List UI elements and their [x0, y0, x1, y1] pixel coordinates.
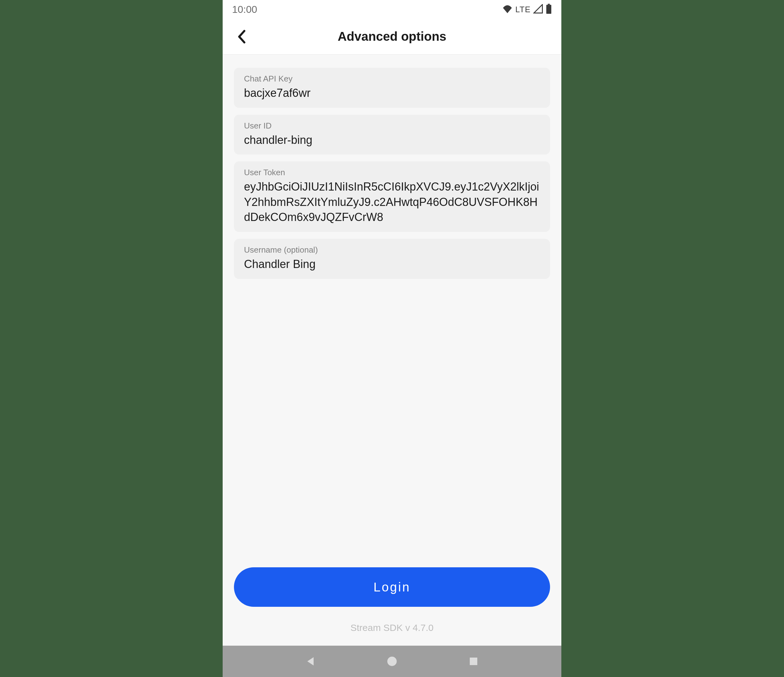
- nav-back-button[interactable]: [303, 654, 318, 669]
- nav-home-button[interactable]: [384, 654, 400, 669]
- status-icons: LTE: [502, 4, 552, 15]
- username-field[interactable]: Username (optional) Chandler Bing: [234, 239, 550, 279]
- triangle-back-icon: [304, 655, 317, 668]
- svg-rect-0: [548, 4, 550, 5]
- login-button[interactable]: Login: [234, 567, 550, 607]
- page-title: Advanced options: [338, 30, 446, 43]
- username-label: Username (optional): [244, 245, 540, 255]
- svg-point-2: [387, 657, 397, 666]
- app-bar: Advanced options: [222, 19, 562, 54]
- user-id-field[interactable]: User ID chandler-bing: [234, 115, 550, 155]
- svg-rect-3: [470, 658, 477, 665]
- navigation-bar: [222, 646, 562, 677]
- back-button[interactable]: [234, 29, 249, 44]
- bottom-section: Login Stream SDK v 4.7.0: [234, 567, 550, 646]
- wifi-icon: [502, 5, 513, 14]
- api-key-label: Chat API Key: [244, 74, 540, 84]
- battery-icon: [546, 4, 552, 15]
- circle-home-icon: [386, 655, 398, 668]
- content-area: Chat API Key bacjxe7af6wr User ID chandl…: [222, 54, 562, 646]
- api-key-field[interactable]: Chat API Key bacjxe7af6wr: [234, 68, 550, 108]
- nav-recent-button[interactable]: [466, 654, 481, 669]
- username-value: Chandler Bing: [244, 257, 540, 272]
- square-recent-icon: [468, 656, 479, 667]
- api-key-value: bacjxe7af6wr: [244, 85, 540, 101]
- user-token-value: eyJhbGciOiJIUzI1NiIsInR5cCI6IkpXVCJ9.eyJ…: [244, 179, 540, 225]
- user-token-label: User Token: [244, 168, 540, 177]
- status-time: 10:00: [232, 4, 257, 16]
- sdk-version-label: Stream SDK v 4.7.0: [234, 623, 550, 633]
- chevron-left-icon: [237, 30, 246, 43]
- user-id-label: User ID: [244, 121, 540, 131]
- user-id-value: chandler-bing: [244, 133, 540, 148]
- user-token-field[interactable]: User Token eyJhbGciOiJIUzI1NiIsInR5cCI6I…: [234, 161, 550, 232]
- status-bar: 10:00 LTE: [222, 0, 562, 19]
- lte-label: LTE: [515, 5, 530, 14]
- signal-icon: [533, 4, 543, 15]
- svg-rect-1: [546, 5, 551, 14]
- phone-frame: 10:00 LTE: [222, 0, 562, 677]
